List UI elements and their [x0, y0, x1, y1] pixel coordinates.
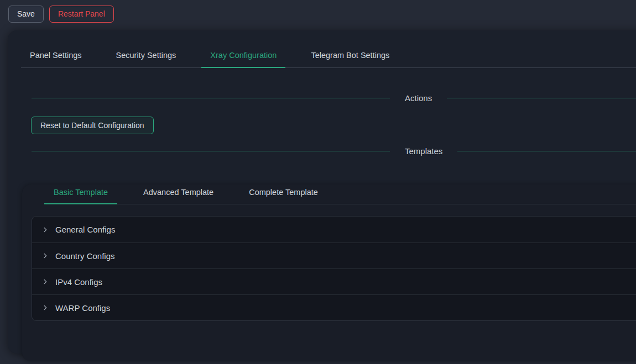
chevron-right-icon	[41, 226, 49, 234]
template-sections-list: General Configs Country Configs IPv4 Con…	[32, 216, 636, 321]
collapse-row-country-configs[interactable]: Country Configs	[32, 242, 636, 268]
chevron-right-icon	[41, 278, 49, 286]
settings-tab-bar: Panel Settings Security Settings Xray Co…	[21, 47, 636, 68]
chevron-right-icon	[41, 304, 49, 312]
tab-complete-template[interactable]: Complete Template	[239, 184, 327, 204]
topbar: Save Restart Panel	[0, 0, 636, 28]
divider-line	[447, 98, 636, 98]
tab-basic-template[interactable]: Basic Template	[44, 184, 117, 204]
actions-divider: Actions	[32, 92, 636, 104]
collapse-row-label: IPv4 Configs	[55, 277, 102, 287]
templates-divider: Templates	[32, 145, 636, 157]
templates-divider-label: Templates	[405, 146, 442, 156]
tab-advanced-template[interactable]: Advanced Template	[134, 184, 223, 204]
collapse-row-warp-configs[interactable]: WARP Configs	[32, 294, 636, 320]
reset-to-default-button[interactable]: Reset to Default Configuration	[31, 117, 154, 134]
collapse-row-ipv4-configs[interactable]: IPv4 Configs	[32, 268, 636, 294]
collapse-row-general-configs[interactable]: General Configs	[32, 217, 636, 242]
divider-line	[32, 151, 390, 151]
divider-line	[32, 98, 390, 98]
settings-card: Panel Settings Security Settings Xray Co…	[8, 30, 636, 354]
restart-panel-button[interactable]: Restart Panel	[49, 6, 114, 23]
actions-divider-label: Actions	[405, 93, 432, 103]
collapse-row-label: Country Configs	[55, 251, 115, 261]
tab-security-settings[interactable]: Security Settings	[107, 47, 185, 67]
collapse-row-label: WARP Configs	[55, 303, 110, 313]
divider-line	[457, 151, 636, 151]
tab-telegram-bot-settings[interactable]: Telegram Bot Settings	[302, 47, 398, 67]
save-button[interactable]: Save	[8, 6, 44, 23]
chevron-right-icon	[41, 252, 49, 260]
tab-panel-settings[interactable]: Panel Settings	[21, 47, 91, 67]
tab-xray-configuration[interactable]: Xray Configuration	[201, 47, 285, 67]
template-tab-bar: Basic Template Advanced Template Complet…	[44, 184, 636, 204]
collapse-row-label: General Configs	[55, 225, 115, 234]
templates-card: Basic Template Advanced Template Complet…	[22, 184, 636, 361]
